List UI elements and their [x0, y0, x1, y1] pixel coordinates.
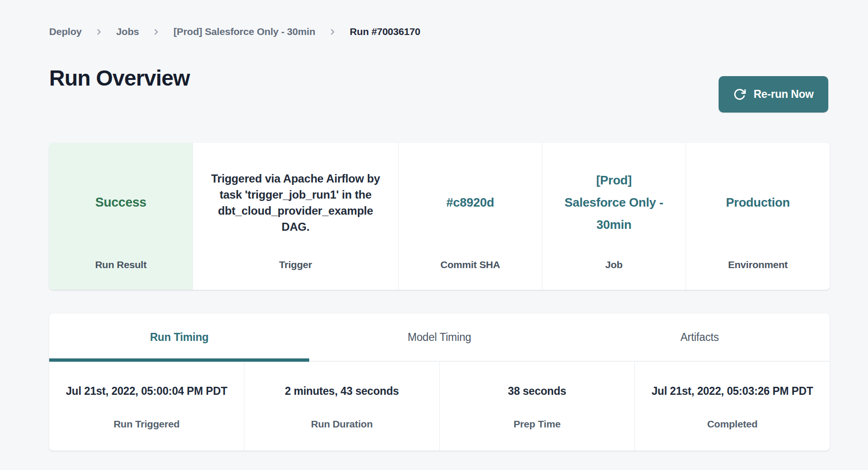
- trigger-card: Triggered via Apache Airflow by task 'tr…: [193, 143, 399, 290]
- run-triggered-value: Jul 21st, 2022, 05:00:04 PM PDT: [66, 368, 227, 414]
- active-tab-indicator: [49, 358, 309, 362]
- tab-model-timing[interactable]: Model Timing: [309, 313, 569, 361]
- breadcrumb-item-jobs[interactable]: Jobs: [116, 26, 139, 37]
- prep-time-label: Prep Time: [513, 418, 560, 431]
- page-title: Run Overview: [49, 65, 190, 91]
- refresh-cw-icon: [733, 88, 746, 101]
- breadcrumb-item-run-number: Run #70036170: [350, 26, 420, 37]
- breadcrumb-item-deploy[interactable]: Deploy: [49, 26, 82, 37]
- completed-card: Jul 21st, 2022, 05:03:26 PM PDT Complete…: [635, 362, 830, 451]
- job-card: [Prod] Salesforce Only - 30min Job: [542, 143, 686, 290]
- prep-time-card: 38 seconds Prep Time: [440, 362, 635, 451]
- tab-artifacts[interactable]: Artifacts: [570, 313, 830, 361]
- chevron-right-icon: [328, 27, 337, 36]
- completed-value: Jul 21st, 2022, 05:03:26 PM PDT: [651, 368, 813, 414]
- commit-sha-label: Commit SHA: [440, 258, 500, 272]
- tab-run-timing[interactable]: Run Timing: [49, 313, 309, 361]
- run-result-label: Run Result: [95, 258, 147, 272]
- job-label: Job: [605, 258, 623, 272]
- run-duration-value: 2 minutes, 43 seconds: [285, 368, 399, 414]
- environment-link[interactable]: Production: [726, 191, 790, 214]
- run-duration-card: 2 minutes, 43 seconds Run Duration: [244, 362, 440, 451]
- breadcrumb-item-job-name[interactable]: [Prod] Salesforce Only - 30min: [174, 26, 315, 37]
- run-overview-page: Deploy Jobs [Prod] Salesforce Only - 30m…: [0, 0, 868, 470]
- trigger-description: Triggered via Apache Airflow by task 'tr…: [208, 171, 383, 235]
- environment-card: Production Environment: [686, 143, 830, 290]
- run-duration-label: Run Duration: [311, 418, 373, 431]
- breadcrumb: Deploy Jobs [Prod] Salesforce Only - 30m…: [49, 26, 420, 37]
- job-link[interactable]: [Prod] Salesforce Only - 30min: [564, 169, 664, 236]
- prep-time-value: 38 seconds: [508, 368, 566, 414]
- environment-label: Environment: [728, 258, 788, 272]
- chevron-right-icon: [152, 27, 161, 36]
- commit-sha-link[interactable]: #c8920d: [446, 191, 494, 214]
- trigger-label: Trigger: [279, 258, 312, 272]
- run-summary-row: Success Run Result Triggered via Apache …: [49, 143, 830, 290]
- run-result-card: Success Run Result: [49, 143, 193, 290]
- run-triggered-label: Run Triggered: [113, 418, 180, 431]
- run-result-status: Success: [95, 195, 146, 210]
- chevron-right-icon: [95, 27, 104, 36]
- tab-bar: Run Timing Model Timing Artifacts: [49, 313, 830, 362]
- run-timing-panel: Jul 21st, 2022, 05:00:04 PM PDT Run Trig…: [49, 362, 830, 451]
- rerun-button-label: Re-run Now: [754, 88, 814, 101]
- run-triggered-card: Jul 21st, 2022, 05:00:04 PM PDT Run Trig…: [49, 362, 244, 451]
- run-detail-panel: Run Timing Model Timing Artifacts Jul 21…: [49, 313, 830, 451]
- completed-label: Completed: [707, 418, 758, 431]
- rerun-now-button[interactable]: Re-run Now: [719, 76, 828, 113]
- commit-sha-card: #c8920d Commit SHA: [399, 143, 542, 290]
